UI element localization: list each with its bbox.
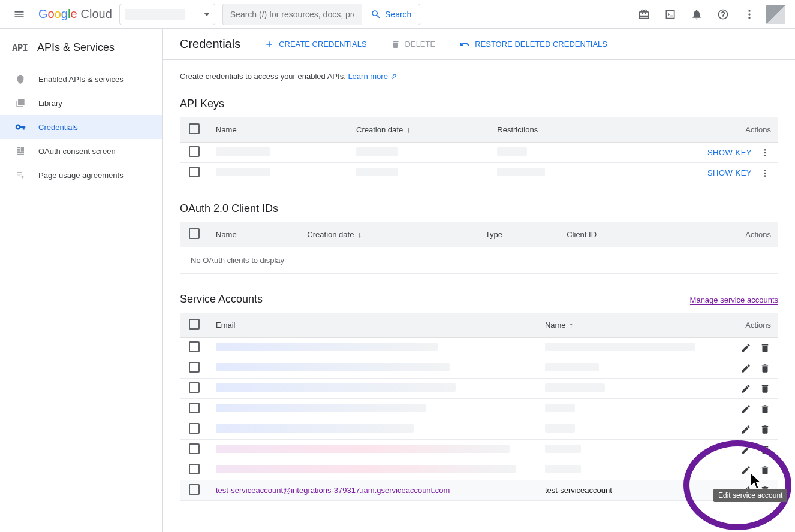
row-checkbox[interactable] [189, 382, 200, 393]
enabled-apis-icon [14, 74, 26, 84]
service-account-name: test-serviceaccount [538, 480, 726, 501]
show-key-button[interactable]: SHOW KEY [707, 168, 752, 177]
app-header: Google Cloud Search [0, 0, 795, 29]
row-checkbox[interactable] [189, 464, 200, 474]
edit-button[interactable] [740, 362, 752, 374]
key-icon [14, 122, 26, 132]
delete-button[interactable] [759, 383, 771, 395]
col-restrictions[interactable]: Restrictions [490, 117, 618, 143]
col-actions: Actions [674, 222, 778, 247]
oauth-clients-section: OAuth 2.0 Client IDs Name Creation date↓… [180, 202, 778, 274]
edit-button[interactable] [740, 464, 752, 476]
nav-oauth-consent[interactable]: OAuth consent screen [0, 139, 162, 163]
redacted-email [216, 424, 414, 433]
api-keys-section: API Keys Name Creation date↓ Restriction… [180, 98, 778, 183]
row-checkbox[interactable] [189, 443, 200, 454]
edit-button[interactable] [740, 383, 752, 395]
delete-button[interactable] [759, 424, 771, 436]
api-icon: API [12, 42, 28, 53]
redacted-email [216, 445, 510, 453]
select-all-checkbox[interactable] [189, 319, 200, 330]
search-bar: Search [222, 4, 421, 25]
oauth-title: OAuth 2.0 Client IDs [180, 202, 778, 215]
edit-button[interactable] [740, 403, 752, 415]
col-creation-date[interactable]: Creation date↓ [300, 222, 478, 247]
col-client-id[interactable]: Client ID [559, 222, 674, 247]
redacted-name [545, 445, 581, 453]
consent-icon [14, 146, 26, 156]
tooltip-edit-service-account: Edit service account [713, 489, 787, 502]
svg-point-6 [764, 170, 766, 171]
create-credentials-button[interactable]: CREATE CREDENTIALS [264, 40, 366, 49]
nav-page-usage[interactable]: Page usage agreements [0, 163, 162, 187]
redacted-email [216, 465, 516, 473]
help-icon[interactable] [711, 2, 735, 26]
api-keys-title: API Keys [180, 98, 778, 110]
more-actions-button[interactable] [759, 147, 771, 159]
redacted-restrictions [497, 168, 545, 176]
page-title: Credentials [180, 37, 240, 51]
col-email[interactable]: Email [209, 313, 538, 338]
row-checkbox[interactable] [189, 341, 200, 352]
delete-button[interactable]: DELETE [391, 40, 436, 49]
restore-deleted-button[interactable]: RESTORE DELETED CREDENTIALS [459, 39, 607, 50]
hamburger-menu[interactable] [7, 2, 31, 26]
col-type[interactable]: Type [478, 222, 559, 247]
row-checkbox[interactable] [189, 362, 200, 373]
col-name[interactable]: Name [209, 222, 300, 247]
learn-more-link[interactable]: Learn more [348, 72, 387, 81]
nav-enabled-apis[interactable]: Enabled APIs & services [0, 67, 162, 91]
free-trial-icon[interactable] [632, 2, 656, 26]
select-all-checkbox[interactable] [189, 228, 200, 239]
edit-button[interactable] [740, 444, 752, 456]
edit-button[interactable] [740, 424, 752, 436]
service-accounts-title: Service Accounts [180, 293, 263, 306]
search-input[interactable] [223, 4, 362, 25]
redacted-name [545, 424, 575, 433]
row-checkbox[interactable] [189, 484, 200, 495]
edit-button[interactable] [740, 342, 752, 354]
svg-point-3 [764, 149, 766, 151]
svg-point-0 [748, 10, 750, 11]
delete-button[interactable] [759, 444, 771, 456]
more-icon[interactable] [737, 2, 761, 26]
project-name-redacted [125, 9, 185, 20]
account-avatar[interactable] [764, 2, 788, 26]
service-account-row [180, 338, 778, 358]
delete-button[interactable] [759, 403, 771, 415]
row-checkbox[interactable] [189, 423, 200, 434]
select-all-checkbox[interactable] [189, 123, 200, 134]
project-selector[interactable] [119, 4, 215, 25]
delete-button[interactable] [759, 342, 771, 354]
cloud-shell-icon[interactable] [658, 2, 682, 26]
page-header: Credentials CREATE CREDENTIALS DELETE RE… [163, 29, 795, 60]
svg-point-2 [748, 17, 750, 19]
col-name[interactable]: Name↑ [538, 313, 726, 338]
service-account-email-link[interactable]: test-serviceaccount@integrations-379317.… [216, 486, 450, 495]
service-account-row-selected: test-serviceaccount@integrations-379317.… [180, 480, 778, 501]
delete-button[interactable] [759, 464, 771, 476]
plus-icon [264, 40, 274, 49]
redacted-name [545, 363, 599, 371]
sidebar: API APIs & Services Enabled APIs & servi… [0, 29, 163, 532]
notifications-icon[interactable] [685, 2, 709, 26]
more-actions-button[interactable] [759, 167, 771, 179]
col-creation-date[interactable]: Creation date↓ [349, 117, 490, 143]
svg-point-8 [764, 175, 766, 177]
search-button[interactable]: Search [362, 4, 420, 25]
empty-state: No OAuth clients to display [180, 247, 778, 274]
nav-credentials[interactable]: Credentials [0, 115, 162, 139]
google-cloud-logo[interactable]: Google Cloud [38, 7, 112, 21]
row-checkbox[interactable] [189, 403, 200, 413]
manage-service-accounts-link[interactable]: Manage service accounts [690, 295, 778, 305]
sort-asc-icon: ↑ [570, 321, 574, 330]
redacted-email [216, 363, 450, 371]
col-name[interactable]: Name [209, 117, 349, 143]
show-key-button[interactable]: SHOW KEY [707, 148, 752, 157]
row-checkbox[interactable] [189, 146, 200, 157]
sidebar-title: API APIs & Services [0, 34, 162, 62]
delete-button[interactable] [759, 362, 771, 374]
redacted-email [216, 343, 438, 351]
row-checkbox[interactable] [189, 167, 200, 177]
nav-library[interactable]: Library [0, 91, 162, 115]
